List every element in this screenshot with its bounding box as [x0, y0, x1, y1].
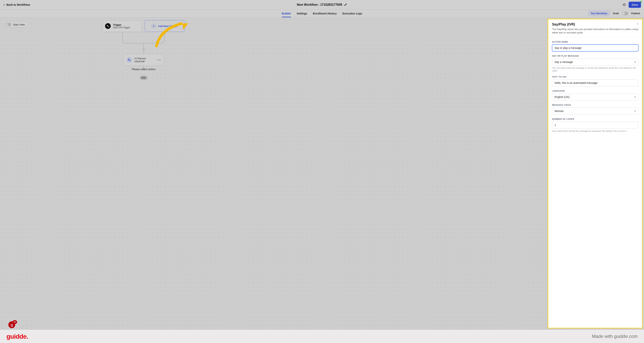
tab-settings[interactable]: Settings [297, 10, 307, 17]
tab-bar: Builder Settings Enrollment History Exec… [0, 10, 644, 18]
field-action-name: ACTION NAME [552, 41, 638, 51]
message-voice-label: MESSAGE VOICE [552, 104, 638, 106]
tab-enrollment-history[interactable]: Enrollment History [313, 10, 337, 17]
loops-label: NUMBER OF LOOPS [552, 118, 638, 120]
action-name-input[interactable] [552, 45, 638, 51]
end-node: END [140, 76, 148, 80]
text-to-say-label: TEXT TO SAY [552, 76, 638, 78]
add-new-trigger-button[interactable]: + Add New Trigger [145, 20, 185, 32]
trigger-node[interactable]: Trigger Start IVR Trigger [102, 20, 142, 32]
back-to-workflows-link[interactable]: Back to Workflows [3, 3, 30, 6]
tab-builder[interactable]: Builder [282, 10, 291, 17]
workflow-title-wrap: New Workflow : 1715283177605 [297, 3, 347, 7]
loops-input[interactable] [552, 122, 638, 129]
draft-label: Draft [613, 12, 619, 15]
loops-hint: How many times should the message be rep… [552, 130, 638, 133]
add-trigger-label: Add New Trigger [158, 25, 178, 28]
plus-icon: + [152, 24, 156, 28]
more-icon[interactable]: ••• [157, 58, 161, 62]
trigger-subtitle: Start IVR Trigger [113, 26, 130, 29]
publish-toggle[interactable] [622, 12, 628, 15]
chevron-updown-icon [634, 61, 636, 63]
action-name-label: ACTION NAME [552, 41, 638, 43]
panel-description: The Say/Play action lets you provide ins… [552, 28, 638, 35]
message-voice-value: Woman [554, 110, 564, 113]
test-workflow-button[interactable]: Test Workflow [588, 11, 610, 16]
select-action-placeholder[interactable]: Please select action [124, 68, 164, 71]
say-or-play-select[interactable]: Say a message [552, 59, 638, 65]
panel-body: ACTION NAME SAY OR PLAY MESSAGE Say a me… [548, 37, 642, 137]
trigger-title: Trigger [113, 23, 130, 26]
field-text-to-say: TEXT TO SAY [552, 76, 638, 86]
tabs-right: Test Workflow Draft Publish [588, 10, 640, 17]
language-value: English (US) [554, 96, 570, 99]
footer: guidde. Made with guidde.com [0, 330, 644, 343]
panel-header: Say/Play (IVR) The Say/Play action lets … [548, 20, 642, 37]
publish-label: Publish [631, 12, 640, 15]
edit-icon[interactable] [344, 3, 347, 6]
voicemail-icon [126, 57, 132, 63]
text-to-say-input[interactable] [552, 80, 638, 86]
field-number-of-loops: NUMBER OF LOOPS How many times should th… [552, 118, 638, 133]
field-message-voice: MESSAGE VOICE Woman [552, 104, 638, 115]
trigger-text: Trigger Start IVR Trigger [113, 23, 130, 29]
panel-title: Say/Play (IVR) [552, 23, 638, 27]
header-right: Save [622, 2, 641, 8]
say-or-play-value: Say a message [554, 61, 573, 64]
record-voicemail-node[interactable]: #1 Record voicemail ••• [124, 54, 164, 66]
close-icon[interactable] [636, 22, 640, 26]
chevron-updown-icon [634, 110, 636, 112]
field-say-or-play: SAY OR PLAY MESSAGE Say a message You ca… [552, 55, 638, 72]
chevron-updown-icon [634, 96, 636, 98]
stats-view-label: Stats View [13, 23, 25, 26]
say-or-play-hint: You can either write the message or reco… [552, 67, 638, 72]
record-label: #1 Record voicemail [134, 57, 155, 63]
history-icon[interactable] [622, 3, 626, 7]
tab-execution-logs[interactable]: Execution Logs [342, 10, 362, 17]
action-config-panel: Say/Play (IVR) The Say/Play action lets … [548, 19, 643, 328]
say-or-play-label: SAY OR PLAY MESSAGE [552, 55, 638, 57]
stats-view-pill: Stats View [4, 22, 28, 27]
made-with-label: Made with guidde.com [592, 334, 638, 339]
message-voice-select[interactable]: Woman [552, 108, 638, 115]
save-button[interactable]: Save [628, 2, 641, 8]
guidde-logo: guidde. [6, 333, 28, 340]
stats-view-toggle[interactable] [6, 23, 11, 26]
workflow-header: Back to Workflows New Workflow : 1715283… [0, 0, 644, 10]
field-language: LANGUAGE English (US) [552, 90, 638, 100]
language-select[interactable]: English (US) [552, 94, 638, 100]
guidde-badge[interactable]: g [8, 321, 15, 328]
language-label: LANGUAGE [552, 90, 638, 92]
phone-icon [105, 23, 111, 29]
add-step-button[interactable]: + [142, 47, 146, 51]
workflow-title: New Workflow : 1715283177605 [297, 3, 342, 7]
back-label: Back to Workflows [6, 3, 30, 6]
chevron-left-icon [3, 3, 5, 6]
